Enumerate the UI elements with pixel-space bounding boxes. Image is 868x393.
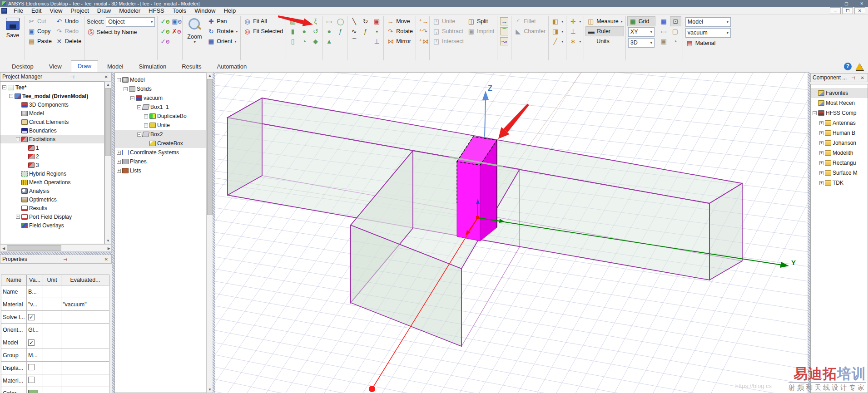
tree-item-duplicatebo[interactable]: +DuplicateBo <box>115 112 206 121</box>
save-button[interactable]: Save <box>2 16 23 58</box>
detach-faces-icon-button[interactable]: ↝ <box>499 36 510 46</box>
copy-button[interactable]: ▣Copy <box>26 26 53 36</box>
draw-regular-polygon-icon-button[interactable]: ▲ <box>324 36 334 46</box>
prop-col-unit[interactable]: Unit <box>43 275 61 285</box>
draw-regular-cylinder-icon-button[interactable]: ▯ <box>288 36 298 46</box>
collapse-toggle[interactable]: − <box>137 105 141 109</box>
paste-button[interactable]: ▤Paste <box>26 36 53 46</box>
xy-dropdown[interactable]: XY▾ <box>628 27 655 37</box>
prop-value[interactable] <box>27 362 43 374</box>
collapse-toggle[interactable]: − <box>137 133 141 137</box>
menu-draw[interactable]: Draw <box>93 7 115 15</box>
sweep-along-vector-icon-button[interactable]: ◨▾ <box>550 26 565 36</box>
object-dropdown[interactable]: Object▾ <box>106 17 155 27</box>
orient-button[interactable]: ▦Orient▾ <box>206 36 239 46</box>
vacuum-dropdown[interactable]: vacuum▾ <box>685 28 731 38</box>
menu-hfss[interactable]: HFSS <box>144 7 169 15</box>
menu-window[interactable]: Window <box>190 7 219 15</box>
create-cs-icon-button[interactable]: ✛▾ <box>568 16 582 26</box>
tree-item-most-recen[interactable]: Most Recen <box>811 98 868 108</box>
draw-equation-curve-icon-button[interactable]: ƒ <box>360 26 371 36</box>
checkbox-unchecked[interactable] <box>28 364 35 370</box>
tree-item-unite[interactable]: +Unite <box>115 121 206 130</box>
tree-item-model[interactable]: Model <box>0 109 104 118</box>
color-swatch[interactable] <box>28 390 38 393</box>
working-plane-icon-button[interactable]: ▭ <box>659 26 669 36</box>
delete-button[interactable]: ✕Delete <box>54 36 83 46</box>
uv-box-icon-button[interactable]: ▣ <box>372 16 382 26</box>
subtract-button[interactable]: ◱Subtract <box>431 26 465 36</box>
grid-plane-icon-button[interactable]: ⊡ <box>670 16 681 26</box>
draw-plane-icon-button[interactable]: ⊥ <box>372 36 382 46</box>
mdi-control-item[interactable]: ⧠ <box>842 7 853 14</box>
open-box-icon-button[interactable]: ▢ <box>670 26 681 36</box>
checkbox-checked[interactable]: ✓ <box>28 339 35 346</box>
prop-value[interactable]: ✓ <box>27 311 43 324</box>
fit-all-button[interactable]: ◎Fit All <box>242 16 284 26</box>
menu-help[interactable]: Help <box>219 7 240 15</box>
fillet-button[interactable]: ◜Fillet <box>513 16 547 26</box>
tree-item-planes[interactable]: +Planes <box>115 157 206 166</box>
draw-line-icon-button[interactable]: ╲ <box>349 16 359 26</box>
tree-item-1[interactable]: 1 <box>0 143 104 152</box>
window-control-item[interactable]: ✕ <box>860 1 863 6</box>
sweep-along-path-icon-button[interactable]: ╱▾ <box>550 36 565 46</box>
project-tree-hscrollbar[interactable]: ◀ ▶ <box>0 244 112 252</box>
ruler-button[interactable]: ▬Ruler <box>585 26 624 36</box>
draw-box-icon-button[interactable]: ▧ <box>288 16 298 26</box>
draw-sphere-icon-button[interactable]: ● <box>299 26 309 36</box>
material-button[interactable]: ▤Material <box>684 38 732 48</box>
project-tree-vscrollbar[interactable]: ▲▼ <box>104 81 112 244</box>
checkbox-unchecked[interactable] <box>28 377 35 383</box>
prop-value[interactable] <box>27 374 43 387</box>
tree-item-2[interactable]: 2 <box>0 152 104 161</box>
pan-button[interactable]: ✚Pan <box>206 16 239 26</box>
visibility-window-icon-button[interactable]: ▣ꙩ <box>170 16 181 26</box>
show-selection-icon-button[interactable]: ✓ꙩ <box>159 26 169 36</box>
draw-torus-icon-button[interactable]: ◔ <box>299 36 309 46</box>
expand-toggle[interactable]: + <box>117 160 121 164</box>
draw-polyhedron-icon-button[interactable]: ◆ <box>310 36 321 46</box>
collapse-toggle[interactable]: − <box>2 85 6 89</box>
collapse-toggle[interactable]: − <box>124 87 128 91</box>
undo-button[interactable]: ↶Undo <box>54 16 83 26</box>
prop-value[interactable]: "v... <box>27 298 43 311</box>
tab-model[interactable]: Model <box>101 61 129 72</box>
collapse-toggle[interactable]: − <box>130 96 134 100</box>
rotate-button[interactable]: ↷Rotate <box>385 26 414 36</box>
intersect-button[interactable]: ◰Intersect <box>431 36 465 46</box>
units-button[interactable]: Units <box>585 36 624 46</box>
object-cs-icon-button[interactable]: ∗▾ <box>568 36 582 46</box>
prop-col-evaluated[interactable]: Evaluated... <box>61 275 109 285</box>
tree-item-boundaries[interactable]: Boundaries <box>0 126 104 135</box>
expand-toggle[interactable]: + <box>819 181 823 185</box>
tree-item-excitations[interactable]: −Excitations <box>0 135 104 143</box>
expand-toggle[interactable]: + <box>819 151 823 155</box>
expand-toggle[interactable]: + <box>144 114 148 118</box>
cut-button[interactable]: ✂Cut <box>26 16 53 26</box>
tree-item-tee-modal-drivenmodal[interactable]: −Tee_modal (DrivenModal) <box>0 92 104 100</box>
close-icon[interactable]: ✕ <box>859 75 866 80</box>
mdi-window-controls[interactable]: –⧠✕ <box>830 7 868 14</box>
pin-icon[interactable]: ⊤ <box>850 74 855 81</box>
grid-dots-icon-button[interactable]: ▦ <box>659 16 669 26</box>
tree-item-3d-components[interactable]: 3D Components <box>0 100 104 109</box>
expand-toggle[interactable]: + <box>819 121 823 125</box>
tree-item-3[interactable]: 3 <box>0 161 104 169</box>
draw-helix-icon-button[interactable]: ξ <box>310 16 321 26</box>
draw-rectangle-icon-button[interactable]: ▭ <box>324 16 334 26</box>
tree-item-johanson[interactable]: +Johanson <box>811 138 868 148</box>
tree-item-favorites[interactable]: Favorites <box>811 88 868 98</box>
3d-viewport[interactable]: ZY <box>215 72 808 393</box>
collapse-toggle[interactable]: − <box>9 94 13 98</box>
prop-col-va[interactable]: Va... <box>27 275 43 285</box>
rotate-button[interactable]: ↻Rotate▾ <box>206 26 239 36</box>
draw-spline-icon-button[interactable]: ∿ <box>349 26 359 36</box>
menu-tools[interactable]: Tools <box>169 7 190 15</box>
redo-button[interactable]: ↷Redo <box>54 26 83 36</box>
menu-modeler[interactable]: Modeler <box>115 7 144 15</box>
draw-point-icon-button[interactable]: ▪ <box>372 26 382 36</box>
close-icon[interactable]: ✕ <box>103 74 109 79</box>
tree-item-hfss-comp[interactable]: −HFSS Comp <box>811 108 868 118</box>
tab-desktop[interactable]: Desktop <box>5 61 40 72</box>
